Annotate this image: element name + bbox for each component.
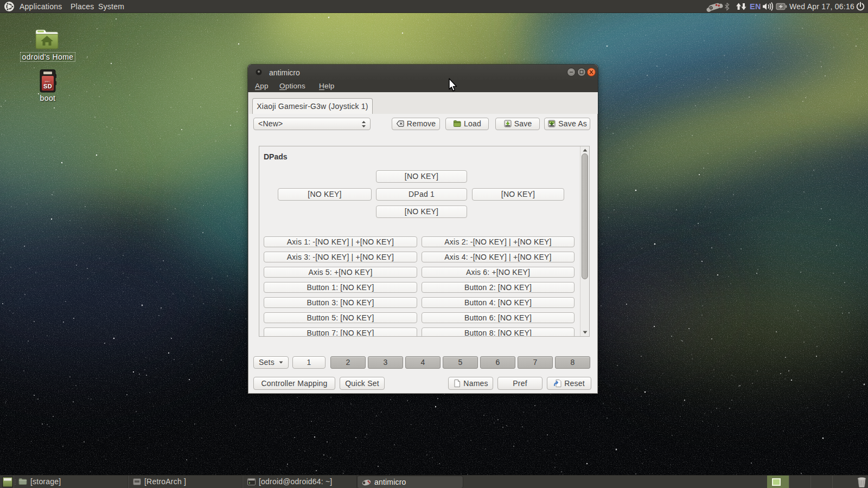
svg-text:SD: SD — [43, 83, 52, 89]
svg-text:EN: EN — [750, 2, 761, 11]
